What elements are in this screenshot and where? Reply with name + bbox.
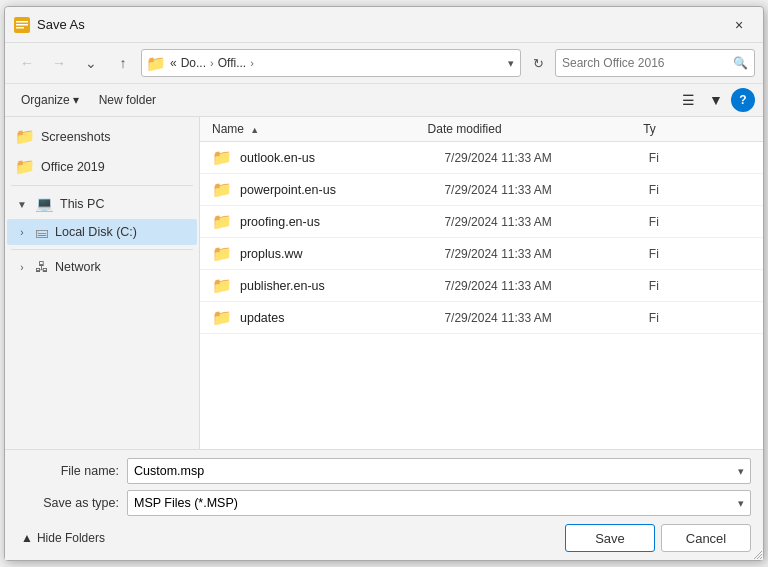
dropdown-button[interactable]: ⌄ <box>77 49 105 77</box>
address-sep-1: › <box>210 57 214 69</box>
expand-arrow: › <box>15 262 29 273</box>
app-icon <box>13 16 31 34</box>
filename-input-container[interactable]: ▾ <box>127 458 751 484</box>
file-date: 7/29/2024 11:33 AM <box>444 183 648 197</box>
help-button[interactable]: ? <box>731 88 755 112</box>
table-row[interactable]: 📁 updates 7/29/2024 11:33 AM Fi <box>200 302 763 334</box>
file-type: Fi <box>649 215 751 229</box>
new-folder-label: New folder <box>99 93 156 107</box>
address-crumb-do: Do... <box>181 56 206 70</box>
hide-folders-button[interactable]: ▲ Hide Folders <box>17 527 109 549</box>
pc-icon: 💻 <box>35 195 54 213</box>
view-menu-button[interactable]: ☰ <box>675 88 701 112</box>
hide-folders-label: Hide Folders <box>37 531 105 545</box>
toolbar: ← → ⌄ ↑ 📁 « Do... › Offi... › ▾ ↻ 🔍 <box>5 43 763 84</box>
title-bar: Save As × <box>5 7 763 43</box>
saveastype-value: MSP Files (*.MSP) <box>134 496 238 510</box>
col-date-header: Date modified <box>428 122 644 136</box>
sidebar-item-label: Office 2019 <box>41 160 105 174</box>
file-folder-icon: 📁 <box>212 212 232 231</box>
filename-input[interactable] <box>134 464 724 478</box>
file-date: 7/29/2024 11:33 AM <box>444 279 648 293</box>
file-name: proplus.ww <box>240 247 444 261</box>
table-row[interactable]: 📁 outlook.en-us 7/29/2024 11:33 AM Fi <box>200 142 763 174</box>
sidebar-item-screenshots[interactable]: 📁 Screenshots <box>7 122 197 151</box>
back-button[interactable]: ← <box>13 49 41 77</box>
organize-label: Organize <box>21 93 70 107</box>
address-sep-2: › <box>250 57 254 69</box>
cancel-label: Cancel <box>686 531 726 546</box>
saveastype-dropdown[interactable]: MSP Files (*.MSP) ▾ <box>127 490 751 516</box>
table-row[interactable]: 📁 proofing.en-us 7/29/2024 11:33 AM Fi <box>200 206 763 238</box>
disk-icon: 🖴 <box>35 224 49 240</box>
sidebar-item-label: Local Disk (C:) <box>55 225 137 239</box>
file-type: Fi <box>649 247 751 261</box>
file-date: 7/29/2024 11:33 AM <box>444 215 648 229</box>
main-content: 📁 Screenshots 📁 Office 2019 ▼ 💻 This PC … <box>5 117 763 449</box>
up-button[interactable]: ↑ <box>109 49 137 77</box>
svg-line-6 <box>760 557 762 559</box>
svg-rect-2 <box>16 24 28 26</box>
file-date: 7/29/2024 11:33 AM <box>444 151 648 165</box>
organize-bar: Organize ▾ New folder ☰ ▼ ? <box>5 84 763 117</box>
address-bar[interactable]: 📁 « Do... › Offi... › ▾ <box>141 49 521 77</box>
table-row[interactable]: 📁 powerpoint.en-us 7/29/2024 11:33 AM Fi <box>200 174 763 206</box>
bottom-area: File name: ▾ Save as type: MSP Files (*.… <box>5 449 763 560</box>
file-folder-icon: 📁 <box>212 308 232 327</box>
filename-label: File name: <box>17 464 127 478</box>
folder-icon: 📁 <box>15 127 35 146</box>
file-type: Fi <box>649 311 751 325</box>
file-name: updates <box>240 311 444 325</box>
sidebar-divider <box>11 185 193 186</box>
saveastype-arrow: ▾ <box>738 497 744 510</box>
network-icon: 🖧 <box>35 259 49 275</box>
sidebar: 📁 Screenshots 📁 Office 2019 ▼ 💻 This PC … <box>5 117 200 449</box>
sidebar-item-label: This PC <box>60 197 104 211</box>
search-input[interactable] <box>562 56 729 70</box>
sidebar-item-thispc[interactable]: ▼ 💻 This PC <box>7 190 197 218</box>
file-folder-icon: 📁 <box>212 148 232 167</box>
file-date: 7/29/2024 11:33 AM <box>444 247 648 261</box>
action-row: ▲ Hide Folders Save Cancel <box>17 524 751 552</box>
file-list-header: Name ▲ Date modified Ty <box>200 117 763 142</box>
hide-folders-arrow: ▲ <box>21 531 33 545</box>
file-folder-icon: 📁 <box>212 244 232 263</box>
filename-dropdown-arrow: ▾ <box>738 465 744 478</box>
search-box[interactable]: 🔍 <box>555 49 755 77</box>
expand-arrow: ▼ <box>15 199 29 210</box>
search-icon: 🔍 <box>733 56 748 70</box>
dialog-title: Save As <box>37 17 723 32</box>
file-name: powerpoint.en-us <box>240 183 444 197</box>
address-chevron[interactable]: ▾ <box>506 57 516 70</box>
forward-button[interactable]: → <box>45 49 73 77</box>
file-folder-icon: 📁 <box>212 276 232 295</box>
table-row[interactable]: 📁 proplus.ww 7/29/2024 11:33 AM Fi <box>200 238 763 270</box>
file-folder-icon: 📁 <box>212 180 232 199</box>
sidebar-item-office2019[interactable]: 📁 Office 2019 <box>7 152 197 181</box>
save-button[interactable]: Save <box>565 524 655 552</box>
organize-button[interactable]: Organize ▾ <box>13 89 87 111</box>
col-type-header: Ty <box>643 122 751 136</box>
filetype-row: Save as type: MSP Files (*.MSP) ▾ <box>17 490 751 516</box>
new-folder-button[interactable]: New folder <box>91 89 164 111</box>
resize-grip[interactable] <box>751 548 763 560</box>
address-folder-icon: 📁 <box>146 54 166 73</box>
close-button[interactable]: × <box>723 11 755 39</box>
filename-row: File name: ▾ <box>17 458 751 484</box>
address-crumb-1: « <box>170 56 177 70</box>
sidebar-divider-2 <box>11 249 193 250</box>
file-type: Fi <box>649 151 751 165</box>
view-controls: ☰ ▼ ? <box>675 88 755 112</box>
organize-arrow: ▾ <box>73 93 79 107</box>
sidebar-item-label: Network <box>55 260 101 274</box>
folder-icon: 📁 <box>15 157 35 176</box>
cancel-button[interactable]: Cancel <box>661 524 751 552</box>
sidebar-item-localdisk[interactable]: › 🖴 Local Disk (C:) <box>7 219 197 245</box>
file-name: outlook.en-us <box>240 151 444 165</box>
view-dropdown-button[interactable]: ▼ <box>703 88 729 112</box>
table-row[interactable]: 📁 publisher.en-us 7/29/2024 11:33 AM Fi <box>200 270 763 302</box>
expand-arrow: › <box>15 227 29 238</box>
sidebar-item-network[interactable]: › 🖧 Network <box>7 254 197 280</box>
refresh-button[interactable]: ↻ <box>525 50 551 76</box>
save-label: Save <box>595 531 625 546</box>
